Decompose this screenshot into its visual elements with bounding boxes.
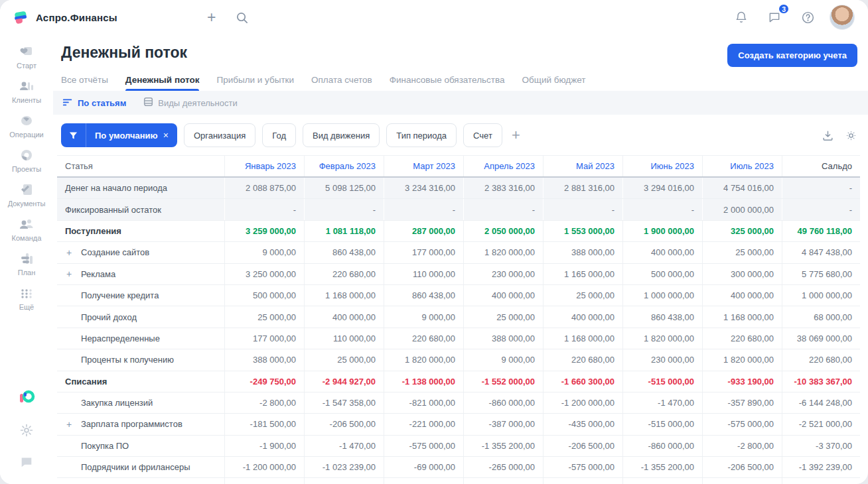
tab-5[interactable]: Финансовые обязательства (390, 75, 505, 91)
cell-value: -1 392 239,00 (782, 457, 860, 477)
help-icon[interactable] (796, 6, 819, 29)
cell-value: 1 900 000,00 (622, 221, 702, 241)
report-tabs: Все отчётыДенежный потокПрибыли и убытки… (53, 67, 868, 91)
filter-chip[interactable]: Счет (463, 123, 502, 147)
sidebar-documents-icon (19, 182, 35, 198)
row-label: Прочий доход (57, 306, 224, 327)
chat-icon[interactable]: 3 (763, 6, 786, 29)
create-category-button[interactable]: Создать категорию учета (727, 44, 857, 67)
cell-value: 860 438,00 (384, 285, 463, 306)
add-icon[interactable]: + (200, 6, 223, 29)
sidebar-brand-icon[interactable] (18, 389, 35, 408)
table-row: Списания-249 750,00-2 944 927,00-1 138 0… (57, 371, 860, 393)
user-avatar[interactable] (830, 5, 855, 30)
add-filter-icon[interactable]: + (509, 127, 523, 144)
cell-value: -1 200 000,00 (543, 393, 622, 413)
cell-value: 287 000,00 (384, 221, 463, 241)
cell-value: 49 760 118,00 (782, 221, 860, 241)
funnel-icon (61, 123, 86, 147)
clear-filter-icon[interactable]: × (163, 130, 169, 141)
sidebar-item-label: Операции (9, 131, 43, 139)
cell-value: 2 881 316,00 (543, 178, 622, 198)
column-header[interactable]: Февраль 2023 (304, 156, 384, 176)
sidebar: СтартКлиентыОперацииПроектыДокументыКома… (0, 34, 53, 484)
sidebar-start-icon (19, 44, 35, 60)
sidebar-item-label: Клиенты (12, 96, 41, 104)
sidebar-item-operations[interactable]: Операции (3, 113, 50, 139)
cell-value: -933 190,00 (702, 371, 782, 392)
tab-2[interactable]: Денежный поток (125, 75, 200, 91)
cell-value: 3 259 000,00 (224, 221, 304, 241)
cell-value: -575 000,00 (543, 457, 622, 477)
filter-chip[interactable]: Тип периода (386, 123, 457, 147)
cell-value: -1 023 239,00 (304, 457, 384, 477)
column-header[interactable]: Июль 2023 (702, 156, 782, 176)
tab-6[interactable]: Общий бюджет (522, 75, 586, 91)
cell-value: 4 847 438,00 (782, 242, 860, 263)
cell-value: -357 890,00 (702, 478, 782, 484)
app-name: Аспро.Финансы (36, 12, 117, 23)
app-window: Аспро.Финансы + 3 (0, 0, 868, 484)
tab-1[interactable]: Все отчёты (61, 75, 108, 91)
applied-filter-button[interactable]: По умолчанию × (61, 123, 177, 147)
cell-value: -821 000,00 (384, 393, 463, 413)
sidebar-more-icon (19, 285, 35, 301)
cell-value: 25 000,00 (543, 285, 622, 306)
expand-icon[interactable]: + (66, 247, 81, 258)
cell-value: -1 470,00 (304, 436, 384, 456)
column-header[interactable]: Январь 2023 (224, 156, 304, 176)
table-row: Поступления3 259 000,001 081 118,00287 0… (57, 221, 860, 242)
sidebar-item-clients[interactable]: Клиенты (3, 78, 50, 104)
row-label: Проценты к получению (57, 349, 224, 370)
cell-value: -515 000,00 (622, 414, 702, 434)
sidebar-item-projects[interactable]: Проекты (3, 147, 50, 173)
cell-value: -249 750,00 (224, 371, 304, 392)
download-icon[interactable] (822, 129, 834, 142)
expand-icon[interactable]: + (66, 419, 81, 430)
cell-value: -575 000,00 (384, 436, 463, 456)
settings-icon[interactable] (19, 423, 34, 440)
support-chat-icon[interactable] (19, 455, 34, 472)
table-settings-icon[interactable] (845, 129, 857, 142)
view-tab-activity-types[interactable]: Виды деятельности (143, 97, 237, 109)
filter-chip[interactable]: Вид движения (303, 123, 380, 147)
cell-value: - (782, 178, 860, 198)
column-header[interactable]: Май 2023 (543, 156, 622, 176)
expand-icon[interactable]: + (66, 269, 81, 279)
notifications-icon[interactable] (730, 6, 753, 29)
column-header[interactable]: Июнь 2023 (622, 156, 702, 176)
row-label: Получение кредита (57, 285, 224, 306)
cell-value: 110 000,00 (384, 264, 463, 284)
sidebar-item-team[interactable]: Команда (3, 216, 50, 242)
cell-value: -860 000,00 (463, 478, 543, 484)
cell-value: -2 521 000,00 (782, 414, 860, 434)
sidebar-item-documents[interactable]: Документы (3, 182, 50, 208)
brand[interactable]: Аспро.Финансы (12, 9, 117, 26)
sidebar-item-more[interactable]: Ещё (3, 285, 50, 311)
cell-value: -206 500,00 (543, 436, 622, 456)
sidebar-item-start[interactable]: Старт (3, 44, 50, 70)
search-icon[interactable] (231, 6, 253, 29)
row-label: Покупка ПО (57, 436, 224, 456)
cell-value: -1 900,00 (224, 436, 304, 456)
cell-value: 388 000,00 (224, 349, 304, 370)
view-tab-by-articles[interactable]: По статьям (62, 97, 126, 109)
filter-chip[interactable]: Год (262, 123, 296, 147)
cell-value: -2 800,00 (702, 436, 782, 456)
cell-value: - (384, 199, 463, 219)
table-row: Денег на начало периода2 088 875,005 098… (57, 178, 860, 199)
table-row: Получение кредита500 000,001 168 000,008… (57, 285, 860, 306)
column-header[interactable]: Март 2023 (384, 156, 463, 176)
tab-3[interactable]: Прибыли и убытки (216, 75, 294, 91)
sidebar-item-plan[interactable]: План (3, 251, 50, 276)
row-label: Списания (57, 371, 224, 392)
column-header[interactable]: Сальдо (782, 156, 860, 176)
column-header[interactable]: Апрель 2023 (463, 156, 543, 176)
cell-value: 230 000,00 (622, 349, 702, 370)
column-header-article: Статья (57, 156, 224, 176)
filter-chip[interactable]: Организация (184, 123, 255, 147)
tab-4[interactable]: Оплата счетов (311, 75, 372, 91)
cell-value: -3 370,00 (782, 436, 860, 456)
table-row: Подрядчики и фрилансеры-1 200 000,00-1 0… (57, 457, 860, 478)
cell-value: 1 165 000,00 (543, 264, 622, 284)
